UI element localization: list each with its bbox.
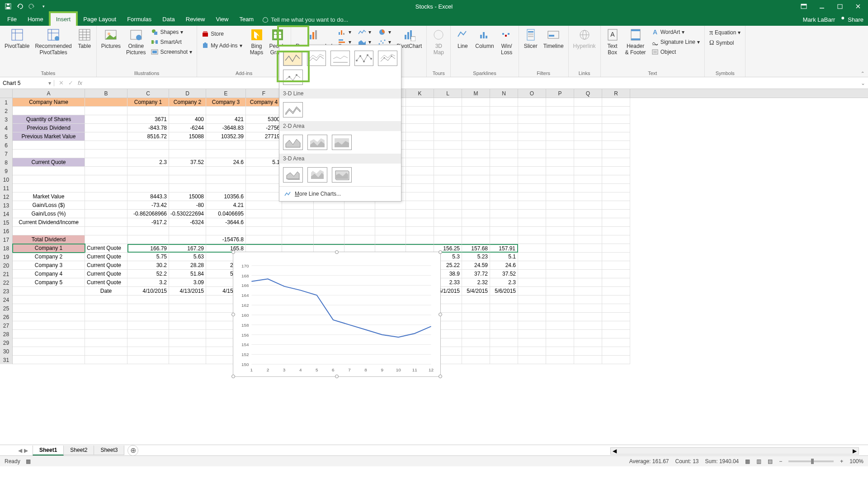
maximize-icon[interactable] (835, 2, 844, 11)
cell[interactable]: Company 4 (246, 98, 282, 107)
cell[interactable]: 28.28 (169, 261, 206, 270)
cell[interactable] (462, 124, 490, 132)
sheet-nav-next[interactable]: ▶ (24, 447, 28, 454)
cell[interactable] (169, 313, 206, 321)
cell[interactable] (602, 244, 630, 253)
cell[interactable] (169, 321, 206, 330)
row-header[interactable]: 4 (0, 124, 13, 132)
cell[interactable]: Current Quote (85, 253, 127, 261)
cell[interactable] (574, 321, 602, 330)
bing-maps-button[interactable]: Bing Maps (248, 27, 266, 57)
cell[interactable] (462, 235, 490, 244)
row-header[interactable]: 7 (0, 150, 13, 158)
cell[interactable] (462, 313, 490, 321)
row-header[interactable]: 30 (0, 347, 13, 356)
row-header[interactable]: 22 (0, 278, 13, 287)
cell[interactable] (127, 235, 169, 244)
cell[interactable] (518, 244, 546, 253)
cell[interactable] (546, 227, 574, 235)
cell[interactable] (574, 330, 602, 338)
cell[interactable] (13, 184, 85, 192)
cell[interactable] (206, 227, 246, 235)
cell[interactable]: 421 (206, 115, 246, 124)
cell[interactable] (206, 107, 246, 115)
cell[interactable]: 166.79 (127, 244, 169, 253)
cell[interactable] (169, 167, 206, 175)
shapes-button[interactable]: Shapes ▾ (149, 28, 194, 37)
pictures-button[interactable]: Pictures (99, 27, 123, 50)
cell[interactable] (490, 141, 518, 150)
line-2d-markers[interactable] (354, 51, 374, 66)
cell[interactable] (169, 150, 206, 158)
cell[interactable] (574, 210, 602, 218)
cell[interactable] (518, 107, 546, 115)
cell[interactable] (434, 98, 462, 107)
cell[interactable] (434, 184, 462, 192)
sparkline-winloss-button[interactable]: Win/ Loss (498, 27, 516, 57)
cell[interactable]: Market Value (13, 192, 85, 201)
cell[interactable] (462, 321, 490, 330)
signature-line-button[interactable]: Signature Line ▾ (650, 38, 702, 47)
cell[interactable] (246, 235, 282, 244)
cell[interactable] (169, 338, 206, 347)
cell[interactable] (490, 115, 518, 124)
cell[interactable] (406, 98, 434, 107)
cell[interactable]: 37.52 (490, 270, 518, 278)
cell[interactable] (546, 347, 574, 356)
cell[interactable] (344, 218, 375, 227)
share-button[interactable]: Share (840, 16, 863, 23)
cell[interactable] (490, 167, 518, 175)
row-header[interactable]: 13 (0, 201, 13, 210)
cell[interactable] (518, 304, 546, 313)
cell[interactable] (85, 141, 127, 150)
cell[interactable] (169, 304, 206, 313)
cell[interactable] (127, 356, 169, 364)
cell[interactable] (127, 175, 169, 184)
cell[interactable]: 24.6 (206, 158, 246, 167)
cell[interactable] (375, 210, 406, 218)
cell[interactable] (546, 150, 574, 158)
cell[interactable]: 157.68 (462, 244, 490, 253)
cell[interactable] (314, 235, 344, 244)
cell[interactable] (344, 201, 375, 210)
cell[interactable] (546, 192, 574, 201)
row-header[interactable]: 18 (0, 244, 13, 253)
cell[interactable] (574, 167, 602, 175)
cell[interactable]: 4/13/2015 (169, 287, 206, 296)
qat-dropdown-icon[interactable]: ▾ (40, 3, 47, 10)
cell[interactable] (462, 210, 490, 218)
cell[interactable] (246, 184, 282, 192)
row-header[interactable]: 12 (0, 192, 13, 201)
cell[interactable] (246, 227, 282, 235)
cell[interactable]: 5.23 (462, 253, 490, 261)
cell[interactable] (602, 270, 630, 278)
cell[interactable]: Previous Market Value (13, 132, 85, 141)
cell[interactable] (434, 107, 462, 115)
cell[interactable] (602, 347, 630, 356)
row-header[interactable]: 11 (0, 184, 13, 192)
cell[interactable] (490, 313, 518, 321)
cell[interactable] (518, 278, 546, 287)
cell[interactable] (13, 287, 85, 296)
cell[interactable] (546, 321, 574, 330)
cell[interactable] (574, 192, 602, 201)
cell[interactable]: Gain/Loss ($) (13, 201, 85, 210)
cell[interactable] (13, 175, 85, 184)
macro-record-icon[interactable]: ▦ (26, 458, 31, 465)
cell[interactable] (462, 347, 490, 356)
cell[interactable] (574, 141, 602, 150)
zoom-level[interactable]: 100% (849, 458, 863, 465)
cell[interactable] (490, 184, 518, 192)
cell[interactable] (462, 175, 490, 184)
cell[interactable] (246, 107, 282, 115)
cell[interactable]: 5.1 (490, 253, 518, 261)
cell[interactable] (602, 330, 630, 338)
cell[interactable] (602, 107, 630, 115)
cell[interactable] (602, 218, 630, 227)
cell[interactable]: -917.2 (127, 218, 169, 227)
minimize-icon[interactable] (817, 2, 826, 11)
cell[interactable] (406, 167, 434, 175)
cell[interactable] (518, 313, 546, 321)
tab-page-layout[interactable]: Page Layout (78, 13, 122, 26)
cell[interactable] (546, 261, 574, 270)
